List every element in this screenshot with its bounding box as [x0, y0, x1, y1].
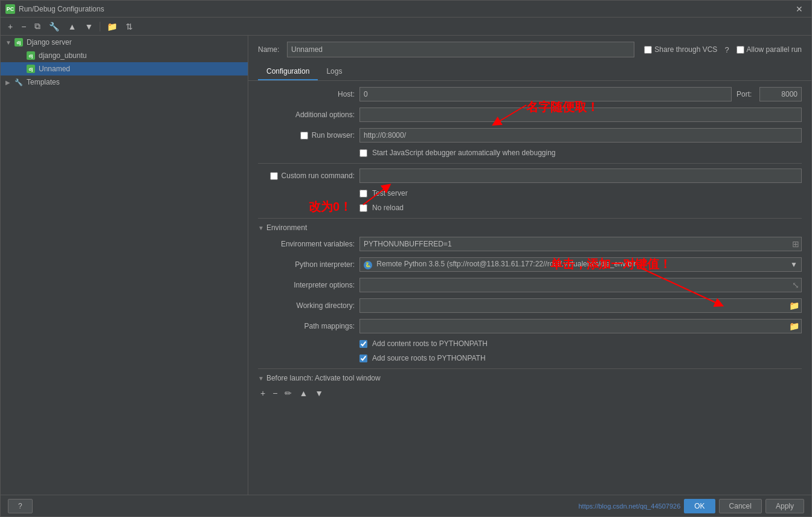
tab-logs[interactable]: Logs	[318, 63, 350, 80]
add-config-button[interactable]: +	[4, 20, 16, 33]
js-debugger-label: Start JavaScript debugger automatically …	[372, 149, 556, 157]
path-mappings-browse-button[interactable]: 📁	[788, 321, 801, 331]
tree-item-unnamed[interactable]: dj Unnamed	[1, 62, 248, 75]
env-vars-label: Environment variables:	[258, 240, 355, 248]
sort-button[interactable]: ⇅	[122, 20, 137, 33]
edit-config-button[interactable]: 🔧	[45, 20, 63, 33]
bottom-bar: ? https://blog.csdn.net/qq_44507926 OK C…	[1, 495, 811, 516]
working-dir-browse-button[interactable]: 📁	[788, 301, 801, 310]
python-interp-select[interactable]: 🐍 Remote Python 3.8.5 (sftp://root@118.3…	[359, 257, 802, 272]
bl-add-button[interactable]: +	[258, 387, 268, 399]
title-bar: PC Run/Debug Configurations ✕	[1, 1, 811, 18]
environment-section-label: Environment	[266, 223, 307, 232]
remove-config-button[interactable]: −	[18, 20, 30, 33]
tree-arrow-django: ▼	[5, 39, 14, 46]
move-down-button[interactable]: ▼	[81, 20, 97, 33]
ok-button[interactable]: OK	[684, 499, 715, 513]
tree-group-templates-label: Templates	[27, 78, 60, 86]
name-input[interactable]	[287, 42, 634, 57]
custom-run-input[interactable]	[359, 169, 802, 183]
working-dir-label: Working directory:	[258, 301, 355, 310]
run-browser-input[interactable]	[359, 128, 802, 143]
working-dir-row: Working directory: 📁	[258, 298, 802, 313]
interp-options-expand-button[interactable]: ⤡	[791, 280, 801, 290]
help-button[interactable]: ?	[8, 499, 33, 513]
test-server-label: Test server	[372, 189, 408, 197]
js-debugger-row: Start JavaScript debugger automatically …	[258, 149, 802, 157]
env-vars-wrap: ⊞	[359, 237, 802, 251]
allow-parallel-checkbox[interactable]	[736, 46, 744, 54]
toolbar-separator	[100, 22, 100, 31]
path-mappings-label: Path mappings:	[258, 322, 355, 330]
run-browser-row: Run browser:	[258, 128, 802, 143]
right-panel: Name: Share through VCS ? Allow parallel…	[248, 36, 811, 495]
host-input[interactable]	[359, 87, 732, 101]
environment-section-header[interactable]: ▼ Environment	[258, 223, 802, 232]
env-vars-input[interactable]	[359, 237, 802, 251]
tab-configuration[interactable]: Configuration	[258, 63, 318, 80]
name-label: Name:	[258, 45, 282, 54]
python-interp-row: Python interpreter: 🐍 Remote Python 3.8.…	[258, 257, 802, 272]
divider2	[258, 218, 802, 219]
working-dir-input[interactable]	[359, 298, 802, 313]
share-vcs-label[interactable]: Share through VCS	[644, 45, 717, 54]
templates-icon: 🔧	[14, 77, 24, 87]
cancel-button[interactable]: Cancel	[719, 499, 762, 513]
path-mappings-wrap: 📁	[359, 319, 802, 333]
move-up-button[interactable]: ▲	[64, 20, 80, 33]
before-launch-header[interactable]: ▼ Before launch: Activate tool window	[258, 374, 802, 382]
bl-remove-button[interactable]: −	[270, 387, 280, 399]
js-debugger-checkbox[interactable]	[359, 149, 367, 157]
interp-value: Remote Python 3.8.5 (sftp://root@118.31.…	[376, 260, 636, 268]
bl-up-button[interactable]: ▲	[297, 387, 310, 399]
url-text: https://blog.csdn.net/qq_44507926	[578, 503, 680, 510]
folder-button[interactable]: 📁	[103, 20, 121, 33]
name-row: Name: Share through VCS ? Allow parallel…	[248, 36, 811, 63]
run-browser-checkbox[interactable]	[300, 132, 308, 140]
tree-item-django-ubuntu-label: django_ubuntu	[39, 51, 86, 60]
close-button[interactable]: ✕	[792, 3, 807, 15]
tree-group-django[interactable]: ▼ dj Django server	[1, 36, 248, 49]
add-source-roots-row: Add source roots to PYTHONPATH	[258, 354, 802, 362]
bl-down-button[interactable]: ▼	[312, 387, 326, 399]
host-label: Host:	[258, 90, 355, 98]
main-area: ▼ dj Django server dj django_ubuntu dj U…	[1, 36, 811, 495]
tree-group-templates[interactable]: ▶ 🔧 Templates	[1, 75, 248, 89]
interp-options-input[interactable]	[359, 278, 802, 292]
path-mappings-input[interactable]	[359, 319, 802, 333]
no-reload-label: No reload	[372, 204, 404, 212]
custom-run-label: Custom run command:	[282, 172, 355, 180]
django-ubuntu-icon: dj	[26, 51, 36, 60]
share-vcs-checkbox[interactable]	[644, 46, 652, 54]
run-browser-label: Run browser:	[312, 131, 355, 140]
left-panel: ▼ dj Django server dj django_ubuntu dj U…	[1, 36, 248, 495]
tree-item-django-ubuntu[interactable]: dj django_ubuntu	[1, 49, 248, 62]
env-vars-row: Environment variables: ⊞	[258, 237, 802, 251]
additional-options-input[interactable]	[359, 108, 802, 122]
no-reload-checkbox[interactable]	[359, 204, 367, 212]
tree-arrow-templates: ▶	[5, 79, 14, 86]
share-help-button[interactable]: ?	[724, 45, 729, 54]
before-launch-arrow-icon: ▼	[258, 375, 264, 382]
test-server-checkbox[interactable]	[359, 190, 367, 197]
bottom-left: ?	[8, 499, 33, 513]
bl-edit-button[interactable]: ✏	[282, 387, 294, 399]
add-content-roots-checkbox[interactable]	[359, 340, 367, 348]
unnamed-icon: dj	[26, 64, 36, 74]
env-vars-edit-button[interactable]: ⊞	[791, 239, 801, 249]
apply-button[interactable]: Apply	[765, 499, 804, 513]
allow-parallel-label[interactable]: Allow parallel run	[736, 45, 802, 54]
divider3	[258, 368, 802, 369]
config-scroll: Host: Port: Additional options:	[248, 81, 811, 495]
run-debug-dialog: PC Run/Debug Configurations ✕ + − ⧉ 🔧 ▲ …	[0, 0, 812, 517]
bottom-right: https://blog.csdn.net/qq_44507926 OK Can…	[578, 499, 804, 513]
tree-group-django-label: Django server	[27, 38, 72, 47]
add-source-roots-checkbox[interactable]	[359, 355, 367, 362]
port-input[interactable]	[759, 87, 802, 101]
copy-config-button[interactable]: ⧉	[31, 19, 44, 33]
add-content-roots-row: Add content roots to PYTHONPATH	[258, 339, 802, 348]
custom-run-checkbox[interactable]	[270, 172, 278, 180]
before-launch-section: ▼ Before launch: Activate tool window + …	[258, 374, 802, 399]
title-bar-text: Run/Debug Configurations	[19, 5, 792, 13]
test-server-row: Test server	[258, 189, 802, 197]
